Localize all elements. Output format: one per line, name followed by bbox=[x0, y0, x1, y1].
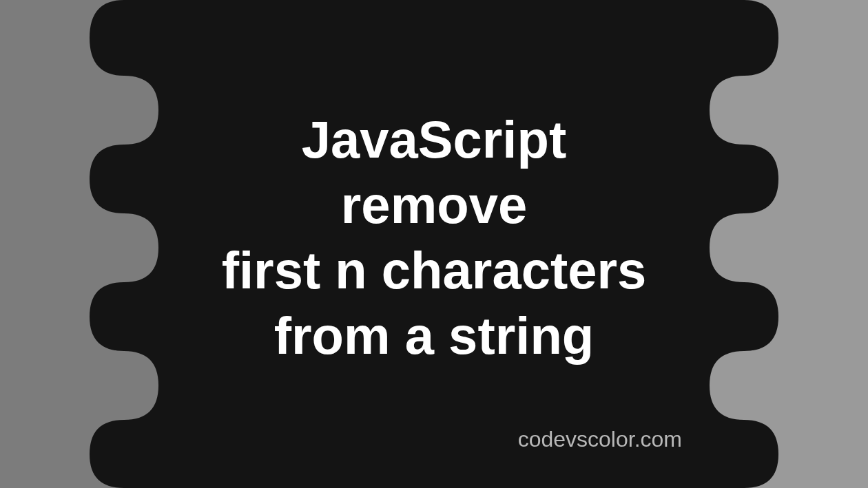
banner-canvas: JavaScript remove first n characters fro… bbox=[0, 0, 868, 488]
attribution-text: codevscolor.com bbox=[518, 427, 682, 452]
blob-shape-icon bbox=[0, 0, 868, 488]
